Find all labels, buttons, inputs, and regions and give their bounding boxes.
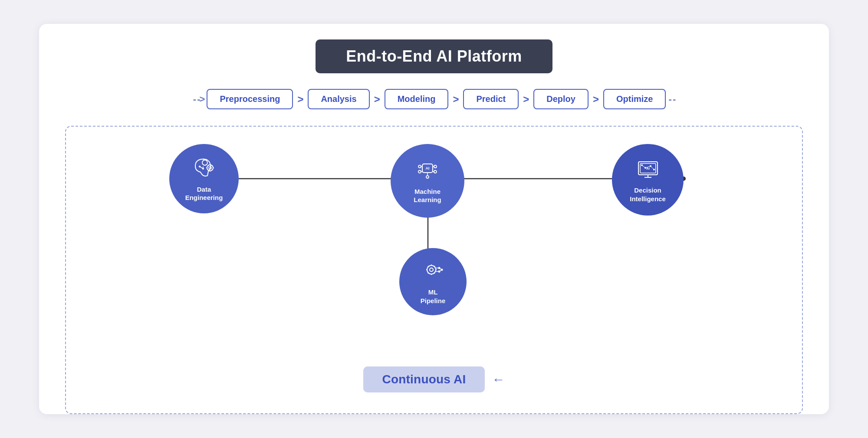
de-label-line1: Data [197, 185, 211, 194]
bottom-row: Continuous AI ← [66, 366, 802, 400]
svg-point-19 [426, 176, 429, 178]
step-predict[interactable]: Predict [463, 89, 519, 109]
machine-learning-icon: AI [414, 158, 441, 184]
title-bar: End-to-End AI Platform [316, 39, 552, 73]
di-label-line2: Intelligence [630, 195, 666, 203]
svg-line-32 [642, 165, 645, 168]
svg-line-34 [651, 166, 654, 170]
ml-pipeline-icon [420, 258, 446, 284]
circle-ml-visual: AI Machine Le [391, 144, 464, 218]
de-label-line2: Engineering [185, 193, 223, 202]
arrow-end: - - [668, 94, 675, 105]
circle-di-visual: AI Decision Intelligence [612, 144, 684, 216]
sep-4: > [523, 93, 529, 105]
main-card: End-to-End AI Platform - -> Preprocessin… [39, 24, 829, 414]
step-preprocessing[interactable]: Preprocessing [207, 89, 293, 109]
circle-de-visual: Data Engineering [169, 144, 239, 213]
pipeline-label-line2: Pipeline [421, 297, 446, 305]
svg-point-18 [434, 170, 437, 173]
continuous-ai-badge: Continuous AI [363, 366, 485, 392]
svg-point-15 [418, 165, 421, 168]
sep-5: > [593, 93, 599, 105]
svg-text:AI: AI [426, 166, 430, 170]
circle-pipeline-visual: ML Pipeline [399, 248, 467, 315]
circles-wrapper: Data Engineering AI [91, 144, 777, 326]
circle-data-engineering[interactable]: Data Engineering [169, 144, 239, 213]
pipeline-label-line1: ML [428, 288, 438, 297]
sep-1: > [297, 93, 303, 105]
step-optimize[interactable]: Optimize [603, 89, 666, 109]
data-engineering-icon [191, 156, 217, 182]
sep-3: > [453, 93, 459, 105]
di-label-line1: Decision [634, 186, 661, 195]
step-modeling[interactable]: Modeling [385, 89, 449, 109]
svg-line-11 [200, 167, 203, 169]
decision-intelligence-icon: AI [635, 157, 661, 183]
dashed-box: Data Engineering AI [65, 126, 803, 414]
circle-ml-pipeline[interactable]: ML Pipeline [399, 248, 467, 315]
page-title: End-to-End AI Platform [346, 47, 522, 65]
svg-point-6 [202, 160, 207, 165]
circle-machine-learning[interactable]: AI Machine Le [391, 144, 464, 218]
svg-point-16 [418, 170, 421, 173]
pipeline-row: - -> Preprocessing > Analysis > Modeling… [65, 89, 803, 109]
svg-point-38 [430, 268, 433, 271]
step-deploy[interactable]: Deploy [533, 89, 589, 109]
ml-label-line1: Machine [414, 187, 441, 196]
ml-label-line2: Learning [414, 196, 441, 204]
circle-decision-intelligence[interactable]: AI Decision Intelligence [612, 144, 684, 216]
svg-point-17 [434, 165, 437, 168]
sep-2: > [374, 93, 380, 105]
step-analysis[interactable]: Analysis [308, 89, 369, 109]
arrow-start: - -> [193, 94, 204, 105]
arrow-left-icon: ← [492, 372, 505, 387]
